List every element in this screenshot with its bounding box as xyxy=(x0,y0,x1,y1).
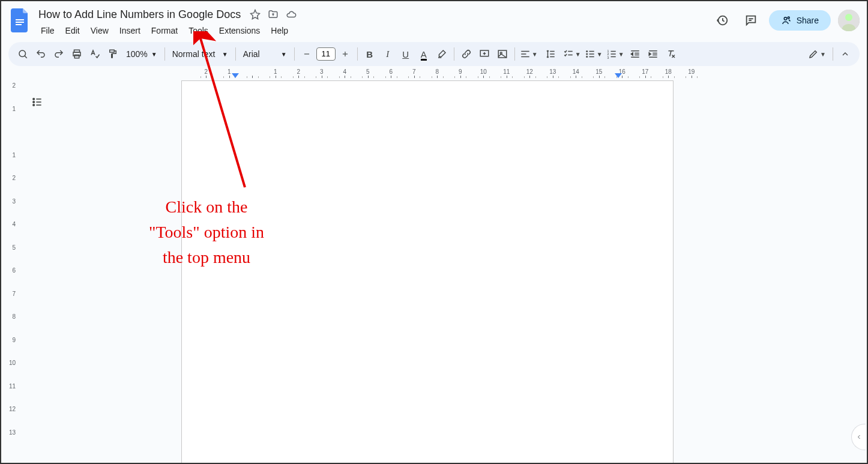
paint-format-icon[interactable] xyxy=(104,46,121,62)
insert-image-icon[interactable] xyxy=(494,46,511,62)
people-icon xyxy=(781,15,792,26)
horizontal-ruler[interactable]: 2112345678910111213141516171819 xyxy=(20,68,860,80)
menu-insert[interactable]: Insert xyxy=(115,25,145,37)
italic-icon[interactable]: I xyxy=(379,46,396,62)
ruler-tick: 11 xyxy=(495,68,519,78)
ruler-tick: 16 xyxy=(610,68,634,78)
avatar[interactable] xyxy=(838,10,860,31)
ruler-tick: 5 xyxy=(357,68,380,78)
svg-point-33 xyxy=(586,53,588,55)
svg-rect-35 xyxy=(589,51,594,52)
font-size-input[interactable]: 11 xyxy=(316,47,336,61)
left-indent-marker[interactable] xyxy=(232,73,239,78)
ruler-tick: 2 xyxy=(287,68,310,78)
zoom-value: 100% xyxy=(126,49,148,59)
menu-view[interactable]: View xyxy=(86,25,113,37)
ruler-tick: 4 xyxy=(12,221,16,227)
ruler-tick: 6 xyxy=(12,267,16,274)
separator xyxy=(294,47,295,61)
ruler-tick: 7 xyxy=(12,290,16,297)
share-label: Share xyxy=(797,16,819,25)
share-button[interactable]: Share xyxy=(769,10,831,31)
ruler-tick: 2 xyxy=(12,175,16,181)
menu-edit[interactable]: Edit xyxy=(61,25,85,37)
paragraph-style-select[interactable]: Normal text ▼ xyxy=(169,46,232,62)
ruler-tick: 10 xyxy=(9,360,16,366)
increase-indent-icon[interactable] xyxy=(645,46,662,62)
ruler-tick: 13 xyxy=(9,429,16,435)
bulleted-list-icon[interactable]: ▼ xyxy=(583,46,604,62)
chevron-down-icon: ▼ xyxy=(222,51,228,58)
ruler-tick: 11 xyxy=(9,382,16,389)
collapse-toolbar-icon[interactable] xyxy=(837,46,854,62)
separator xyxy=(454,47,454,61)
cloud-status-icon[interactable] xyxy=(285,8,297,20)
ruler-tick: 2 xyxy=(194,68,218,78)
increase-font-size-button[interactable] xyxy=(337,46,354,62)
svg-point-34 xyxy=(586,56,588,58)
clear-formatting-icon[interactable] xyxy=(663,46,680,62)
menu-file[interactable]: File xyxy=(36,25,59,37)
svg-text:3: 3 xyxy=(607,56,609,59)
menu-bar: File Edit View Insert Format Tools Exten… xyxy=(36,23,711,38)
menu-help[interactable]: Help xyxy=(266,25,293,37)
zoom-select[interactable]: 100% ▼ xyxy=(122,46,161,62)
ruler-tick: 1 xyxy=(12,105,16,112)
svg-point-6 xyxy=(784,17,787,20)
align-icon[interactable]: ▼ xyxy=(519,46,539,62)
font-select[interactable]: Arial ▼ xyxy=(240,46,291,62)
print-icon[interactable] xyxy=(68,46,85,62)
decrease-indent-icon[interactable] xyxy=(627,46,643,62)
svg-point-32 xyxy=(586,50,588,52)
ruler-tick: 8 xyxy=(12,313,16,320)
right-indent-marker[interactable] xyxy=(615,73,622,78)
svg-point-54 xyxy=(33,98,35,100)
vertical-ruler[interactable]: 2112345678910111213 xyxy=(5,1,17,463)
ruler-tick: 18 xyxy=(657,68,680,78)
side-panel-toggle[interactable] xyxy=(851,424,866,450)
svg-rect-1 xyxy=(16,22,24,23)
search-icon[interactable] xyxy=(14,46,31,62)
star-icon[interactable] xyxy=(249,8,261,20)
editing-mode-icon[interactable]: ▼ xyxy=(805,46,829,62)
chevron-down-icon: ▼ xyxy=(151,51,157,58)
text-color-icon[interactable]: A xyxy=(415,46,432,62)
svg-point-7 xyxy=(788,17,789,19)
redo-icon[interactable] xyxy=(50,46,67,62)
separator xyxy=(164,47,165,61)
numbered-list-icon[interactable]: 123▼ xyxy=(605,46,625,62)
menu-format[interactable]: Format xyxy=(146,25,182,37)
svg-rect-37 xyxy=(589,56,594,58)
decrease-font-size-button[interactable] xyxy=(298,46,315,62)
checklist-icon[interactable]: ▼ xyxy=(562,46,582,62)
separator xyxy=(833,47,833,61)
history-icon[interactable] xyxy=(711,10,733,31)
document-page[interactable] xyxy=(181,80,674,464)
menu-extensions[interactable]: Extensions xyxy=(214,25,265,37)
svg-rect-15 xyxy=(110,50,115,52)
ruler-tick: 15 xyxy=(588,68,611,78)
separator xyxy=(235,47,236,61)
ruler-tick: 3 xyxy=(310,68,334,78)
svg-rect-36 xyxy=(589,53,594,55)
ruler-tick: 1 xyxy=(264,68,288,78)
svg-point-56 xyxy=(33,101,35,103)
header: How to Add Line Numbers in Google Docs F… xyxy=(1,1,867,37)
menu-tools[interactable]: Tools xyxy=(184,25,213,37)
bold-icon[interactable]: B xyxy=(361,46,378,62)
insert-link-icon[interactable] xyxy=(458,46,475,62)
add-comment-icon[interactable] xyxy=(476,46,493,62)
highlight-color-icon[interactable] xyxy=(433,46,450,62)
undo-icon[interactable] xyxy=(32,46,49,62)
line-spacing-icon[interactable] xyxy=(540,46,561,62)
spellcheck-icon[interactable] xyxy=(86,46,103,62)
comments-icon[interactable] xyxy=(740,10,762,31)
document-outline-icon[interactable] xyxy=(28,92,47,112)
underline-icon[interactable]: U xyxy=(397,46,414,62)
move-icon[interactable] xyxy=(267,8,279,20)
ruler-tick: 14 xyxy=(564,68,588,78)
document-title[interactable]: How to Add Line Numbers in Google Docs xyxy=(36,8,243,21)
font-value: Arial xyxy=(243,49,260,59)
svg-rect-0 xyxy=(16,19,24,20)
ruler-tick: 4 xyxy=(333,68,357,78)
